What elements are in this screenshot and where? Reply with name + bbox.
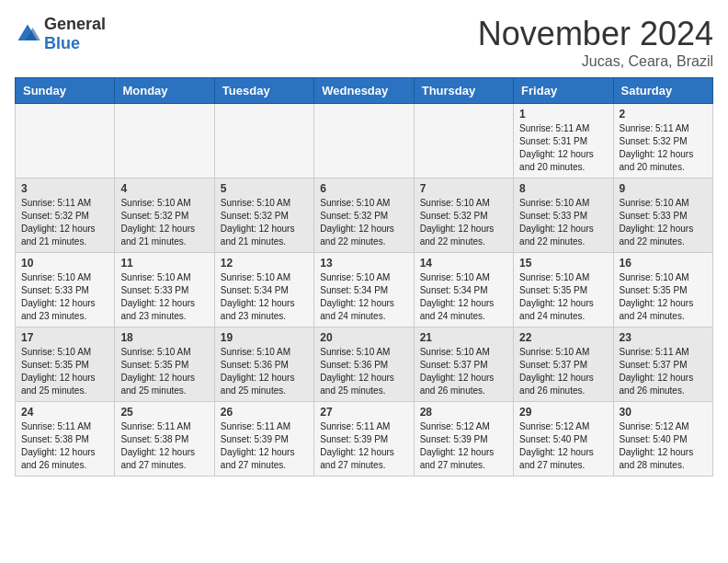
day-number: 24 <box>21 406 108 419</box>
calendar-cell: 4Sunrise: 5:10 AM Sunset: 5:32 PM Daylig… <box>115 178 214 253</box>
day-info: Sunrise: 5:10 AM Sunset: 5:35 PM Dayligh… <box>120 346 208 397</box>
calendar-cell: 17Sunrise: 5:10 AM Sunset: 5:35 PM Dayli… <box>16 327 115 402</box>
calendar-cell <box>214 104 313 178</box>
day-number: 14 <box>420 257 507 270</box>
calendar-cell: 24Sunrise: 5:11 AM Sunset: 5:38 PM Dayli… <box>16 402 115 477</box>
day-info: Sunrise: 5:11 AM Sunset: 5:38 PM Dayligh… <box>21 420 108 472</box>
title-block: November 2024 Jucas, Ceara, Brazil <box>478 15 713 70</box>
calendar-cell: 2Sunrise: 5:11 AM Sunset: 5:32 PM Daylig… <box>613 104 712 178</box>
day-number: 16 <box>620 257 707 270</box>
day-number: 9 <box>620 182 707 195</box>
day-number: 4 <box>120 182 208 195</box>
calendar-cell: 20Sunrise: 5:10 AM Sunset: 5:36 PM Dayli… <box>314 327 414 402</box>
day-number: 11 <box>120 257 208 270</box>
day-number: 25 <box>120 406 208 419</box>
page-header: General Blue November 2024 Jucas, Ceara,… <box>15 15 713 70</box>
day-number: 21 <box>420 331 507 344</box>
day-info: Sunrise: 5:10 AM Sunset: 5:35 PM Dayligh… <box>21 346 108 397</box>
day-number: 17 <box>21 331 108 344</box>
month-title: November 2024 <box>478 15 713 53</box>
logo: General Blue <box>15 15 106 53</box>
calendar-cell: 5Sunrise: 5:10 AM Sunset: 5:32 PM Daylig… <box>214 178 313 253</box>
day-info: Sunrise: 5:12 AM Sunset: 5:40 PM Dayligh… <box>519 420 607 472</box>
logo-text: General Blue <box>44 15 106 53</box>
calendar-cell: 26Sunrise: 5:11 AM Sunset: 5:39 PM Dayli… <box>214 402 313 477</box>
day-number: 27 <box>320 406 407 419</box>
day-info: Sunrise: 5:10 AM Sunset: 5:32 PM Dayligh… <box>120 197 208 248</box>
day-number: 28 <box>420 406 507 419</box>
calendar-week-3: 10Sunrise: 5:10 AM Sunset: 5:33 PM Dayli… <box>16 253 713 327</box>
day-number: 10 <box>21 257 108 270</box>
day-number: 1 <box>519 108 607 121</box>
calendar-cell <box>115 104 214 178</box>
day-number: 30 <box>620 406 707 419</box>
calendar-cell: 15Sunrise: 5:10 AM Sunset: 5:35 PM Dayli… <box>514 253 613 327</box>
calendar-cell <box>414 104 513 178</box>
day-number: 8 <box>519 182 607 195</box>
calendar-cell: 1Sunrise: 5:11 AM Sunset: 5:31 PM Daylig… <box>514 104 613 178</box>
day-number: 23 <box>620 331 707 344</box>
calendar-cell: 22Sunrise: 5:10 AM Sunset: 5:37 PM Dayli… <box>514 327 613 402</box>
day-info: Sunrise: 5:10 AM Sunset: 5:33 PM Dayligh… <box>21 271 108 323</box>
calendar-week-2: 3Sunrise: 5:11 AM Sunset: 5:32 PM Daylig… <box>16 178 713 253</box>
day-number: 7 <box>420 182 507 195</box>
day-info: Sunrise: 5:10 AM Sunset: 5:34 PM Dayligh… <box>420 271 507 323</box>
day-number: 2 <box>620 108 707 121</box>
day-number: 29 <box>519 406 607 419</box>
calendar-week-4: 17Sunrise: 5:10 AM Sunset: 5:35 PM Dayli… <box>16 327 713 402</box>
day-number: 20 <box>320 331 407 344</box>
location-title: Jucas, Ceara, Brazil <box>478 53 713 70</box>
day-info: Sunrise: 5:10 AM Sunset: 5:37 PM Dayligh… <box>519 346 607 397</box>
day-info: Sunrise: 5:10 AM Sunset: 5:32 PM Dayligh… <box>320 197 407 248</box>
day-info: Sunrise: 5:10 AM Sunset: 5:32 PM Dayligh… <box>221 197 308 248</box>
day-info: Sunrise: 5:11 AM Sunset: 5:39 PM Dayligh… <box>221 420 308 472</box>
calendar-cell: 7Sunrise: 5:10 AM Sunset: 5:32 PM Daylig… <box>414 178 513 253</box>
calendar-cell: 3Sunrise: 5:11 AM Sunset: 5:32 PM Daylig… <box>16 178 115 253</box>
calendar-cell <box>314 104 414 178</box>
day-number: 18 <box>120 331 208 344</box>
day-info: Sunrise: 5:11 AM Sunset: 5:31 PM Dayligh… <box>519 122 607 174</box>
col-header-saturday: Saturday <box>613 78 712 104</box>
col-header-monday: Monday <box>115 78 214 104</box>
col-header-friday: Friday <box>514 78 613 104</box>
day-info: Sunrise: 5:10 AM Sunset: 5:35 PM Dayligh… <box>620 271 707 323</box>
calendar-header-row: SundayMondayTuesdayWednesdayThursdayFrid… <box>16 78 713 104</box>
day-info: Sunrise: 5:10 AM Sunset: 5:33 PM Dayligh… <box>519 197 607 248</box>
calendar-cell: 23Sunrise: 5:11 AM Sunset: 5:37 PM Dayli… <box>613 327 712 402</box>
day-number: 15 <box>519 257 607 270</box>
day-info: Sunrise: 5:11 AM Sunset: 5:32 PM Dayligh… <box>620 122 707 174</box>
day-info: Sunrise: 5:10 AM Sunset: 5:33 PM Dayligh… <box>620 197 707 248</box>
calendar-cell: 12Sunrise: 5:10 AM Sunset: 5:34 PM Dayli… <box>214 253 313 327</box>
col-header-sunday: Sunday <box>16 78 115 104</box>
day-number: 5 <box>221 182 308 195</box>
calendar-cell: 11Sunrise: 5:10 AM Sunset: 5:33 PM Dayli… <box>115 253 214 327</box>
calendar-cell: 21Sunrise: 5:10 AM Sunset: 5:37 PM Dayli… <box>414 327 513 402</box>
calendar-cell: 28Sunrise: 5:12 AM Sunset: 5:39 PM Dayli… <box>414 402 513 477</box>
calendar-cell: 13Sunrise: 5:10 AM Sunset: 5:34 PM Dayli… <box>314 253 414 327</box>
day-info: Sunrise: 5:11 AM Sunset: 5:32 PM Dayligh… <box>21 197 108 248</box>
day-info: Sunrise: 5:10 AM Sunset: 5:37 PM Dayligh… <box>420 346 507 397</box>
calendar-table: SundayMondayTuesdayWednesdayThursdayFrid… <box>15 77 713 477</box>
calendar-cell: 25Sunrise: 5:11 AM Sunset: 5:38 PM Dayli… <box>115 402 214 477</box>
day-info: Sunrise: 5:12 AM Sunset: 5:40 PM Dayligh… <box>620 420 707 472</box>
day-number: 6 <box>320 182 407 195</box>
calendar-cell: 27Sunrise: 5:11 AM Sunset: 5:39 PM Dayli… <box>314 402 414 477</box>
calendar-cell: 10Sunrise: 5:10 AM Sunset: 5:33 PM Dayli… <box>16 253 115 327</box>
col-header-wednesday: Wednesday <box>314 78 414 104</box>
calendar-week-5: 24Sunrise: 5:11 AM Sunset: 5:38 PM Dayli… <box>16 402 713 477</box>
calendar-cell: 30Sunrise: 5:12 AM Sunset: 5:40 PM Dayli… <box>613 402 712 477</box>
day-number: 22 <box>519 331 607 344</box>
calendar-cell: 29Sunrise: 5:12 AM Sunset: 5:40 PM Dayli… <box>514 402 613 477</box>
col-header-thursday: Thursday <box>414 78 513 104</box>
day-number: 12 <box>221 257 308 270</box>
logo-icon <box>15 21 40 47</box>
calendar-week-1: 1Sunrise: 5:11 AM Sunset: 5:31 PM Daylig… <box>16 104 713 178</box>
day-number: 26 <box>221 406 308 419</box>
day-number: 13 <box>320 257 407 270</box>
day-info: Sunrise: 5:12 AM Sunset: 5:39 PM Dayligh… <box>420 420 507 472</box>
day-info: Sunrise: 5:11 AM Sunset: 5:39 PM Dayligh… <box>320 420 407 472</box>
day-info: Sunrise: 5:10 AM Sunset: 5:35 PM Dayligh… <box>519 271 607 323</box>
day-info: Sunrise: 5:10 AM Sunset: 5:32 PM Dayligh… <box>420 197 507 248</box>
day-info: Sunrise: 5:10 AM Sunset: 5:36 PM Dayligh… <box>221 346 308 397</box>
day-info: Sunrise: 5:10 AM Sunset: 5:34 PM Dayligh… <box>221 271 308 323</box>
